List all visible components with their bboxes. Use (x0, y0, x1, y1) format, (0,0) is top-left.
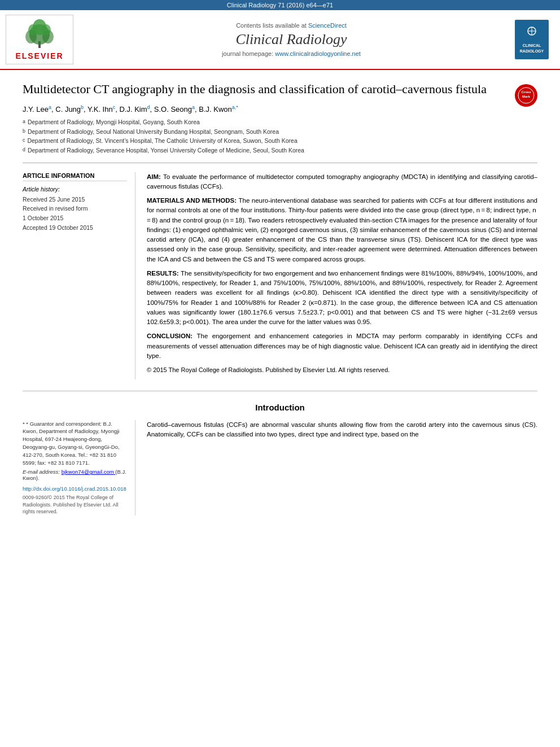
author-sup-a3: a,* (232, 104, 238, 110)
affiliation-b: b Department of Radiology, Seoul Nationa… (23, 128, 504, 136)
elsevier-brand-text: ELSEVIER (15, 51, 63, 60)
journal-homepage-line: journal homepage: www.clinicalradiologyo… (222, 50, 361, 57)
footer-copyright-text: 0009-9260/© 2015 The Royal College of Ra… (23, 494, 127, 516)
email-link[interactable]: bjkwon74@gmail.com (62, 469, 116, 475)
article-body-two-col: ARTICLE INFORMATION Article history: Rec… (23, 172, 537, 379)
intro-para-1: Carotid–cavernous fistulas (CCFs) are ab… (147, 420, 537, 440)
affil-text-b: Department of Radiology, Seoul National … (28, 128, 279, 136)
author-yk-ihn: Y.K. Ihn (88, 105, 113, 113)
homepage-link-text: www.clinicalradiologyonline.net (275, 50, 361, 57)
journal-citation-bar: Clinical Radiology 71 (2016) e64—e71 (0, 0, 560, 10)
affil-sup-c: c (23, 137, 25, 145)
journal-center-header: Contents lists available at ScienceDirec… (79, 15, 504, 64)
intro-two-col: * * Guarantor and correspondent: B.J. Kw… (23, 420, 537, 516)
accepted-date: Accepted 19 October 2015 (23, 223, 127, 233)
svg-point-5 (28, 24, 37, 36)
affiliation-a: a Department of Radiology, Myongji Hospi… (23, 118, 504, 126)
article-history-dates: Received 25 June 2015 Received in revise… (23, 195, 127, 233)
author-sup-a2: a (192, 104, 195, 110)
author-bj-kwon: B.J. Kwon (199, 105, 232, 113)
methods-text: The neuro-interventional database was se… (147, 197, 537, 263)
journal-citation-text: Clinical Radiology 71 (2016) e64—e71 (227, 2, 333, 8)
email-label: E-mail address: (23, 469, 60, 475)
sciencedirect-link-text: ScienceDirect (308, 22, 347, 29)
author-sup-d: d (147, 104, 150, 110)
results-text: The sensitivity/specificity for two engo… (147, 270, 537, 325)
conclusion-label: CONCLUSION: (147, 333, 196, 339)
affiliation-d: d Department of Radiology, Severance Hos… (23, 146, 504, 155)
abstract-aim: AIM: To evaluate the performance of mult… (147, 172, 537, 192)
abstract-column: AIM: To evaluate the performance of mult… (147, 172, 537, 379)
intro-body-text: Carotid–cavernous fistulas (CCFs) are ab… (147, 421, 537, 438)
affiliation-c: c Department of Radiology, St. Vincent’s… (23, 137, 504, 145)
conclusion-text: The engorgement and enhancement categori… (147, 333, 537, 359)
section-divider (23, 391, 537, 391)
footnote-guarantor-body: * Guarantor and correspondent: B.J. Kwon… (23, 421, 120, 466)
author-sup-a: a (49, 104, 51, 110)
abstract-results: RESULTS: The sensitivity/specificity for… (147, 269, 537, 327)
footnote-guarantor-text: * * Guarantor and correspondent: B.J. Kw… (23, 420, 127, 467)
affil-sup-d: d (23, 146, 25, 155)
affil-text-d: Department of Radiology, Severance Hospi… (28, 146, 304, 155)
results-label: RESULTS: (147, 270, 181, 277)
received-revised-date: Received in revised form1 October 2015 (23, 204, 127, 223)
abstract-conclusion: CONCLUSION: The engorgement and enhancem… (147, 331, 537, 361)
article-title-section: Multidetector CT angiography in the diag… (23, 81, 537, 163)
journal-header: ELSEVIER Contents lists available at Sci… (0, 10, 560, 70)
sciencedirect-prefix-text: Contents lists available at (236, 22, 307, 29)
abstract-methods: MATERIALS AND METHODS: The neuro-interve… (147, 196, 537, 264)
sciencedirect-line: Contents lists available at ScienceDirec… (236, 22, 347, 29)
svg-text:Cross: Cross (521, 90, 531, 94)
introduction-section: Introduction * * Guarantor and correspon… (23, 403, 537, 516)
aim-label: AIM: (147, 173, 163, 180)
copyright-line: © 2015 The Royal College of Radiologists… (147, 365, 537, 375)
methods-label: MATERIALS AND METHODS: (147, 197, 238, 204)
svg-text:Mark: Mark (522, 95, 531, 98)
article-info-heading: ARTICLE INFORMATION (23, 172, 127, 181)
email-text: bjkwon74@gmail.com (62, 469, 114, 475)
journal-logo-title: CLINICALRADIOLOGY (520, 43, 544, 53)
received-date: Received 25 June 2015 (23, 195, 127, 204)
footnote-email-line: E-mail address: bjkwon74@gmail.com (B.J.… (23, 469, 127, 481)
article-info-column: ARTICLE INFORMATION Article history: Rec… (23, 172, 135, 379)
affil-sup-b: b (23, 128, 25, 136)
crossmark-badge-container[interactable]: Cross Mark (509, 81, 537, 107)
crossmark-icon: Cross Mark (518, 87, 535, 104)
introduction-body: Carotid–cavernous fistulas (CCFs) are ab… (147, 420, 537, 516)
journal-icon (524, 25, 540, 41)
affil-text-a: Department of Radiology, Myongji Hospita… (28, 118, 200, 126)
author-sup-b: b (81, 104, 84, 110)
introduction-heading: Introduction (23, 403, 537, 412)
author-so-seong: S.O. Seong (154, 105, 192, 113)
journal-brand-box: CLINICALRADIOLOGY (515, 20, 549, 59)
elsevier-logo: ELSEVIER (6, 15, 73, 64)
author-c-jung: C. Jung (55, 105, 81, 113)
journal-name: Clinical Radiology (235, 31, 347, 48)
homepage-prefix-text: journal homepage: (222, 50, 273, 57)
journal-logo-right: CLINICALRADIOLOGY (509, 15, 554, 64)
svg-point-6 (42, 24, 51, 36)
elsevier-tree-icon (17, 19, 62, 50)
footnotes-column: * * Guarantor and correspondent: B.J. Kw… (23, 420, 135, 516)
author-jy-lee: J.Y. Lee (23, 105, 49, 113)
affil-text-c: Department of Radiology, St. Vincent’s H… (27, 137, 297, 145)
sciencedirect-link[interactable]: ScienceDirect (308, 22, 347, 29)
aim-text: To evaluate the performance of multidete… (147, 173, 537, 190)
affil-sup-a: a (23, 118, 25, 126)
article-history-label: Article history: (23, 186, 127, 193)
author-dj-kim: D.J. Kim (119, 105, 147, 113)
doi-link[interactable]: http://dx.doi.org/10.1016/j.crad.2015.10… (23, 486, 127, 492)
affiliations: a Department of Radiology, Myongji Hospi… (23, 118, 504, 155)
crossmark-badge: Cross Mark (515, 84, 537, 107)
article-title-text: Multidetector CT angiography in the diag… (23, 81, 504, 156)
author-sup-c: c (113, 104, 116, 110)
article-title: Multidetector CT angiography in the diag… (23, 81, 504, 98)
main-content: Multidetector CT angiography in the diag… (0, 70, 560, 527)
copyright-text: © 2015 The Royal College of Radiologists… (147, 366, 390, 373)
journal-homepage-link[interactable]: www.clinicalradiologyonline.net (275, 50, 361, 57)
authors-line: J.Y. Leea, C. Jungb, Y.K. Ihnc, D.J. Kim… (23, 104, 504, 113)
